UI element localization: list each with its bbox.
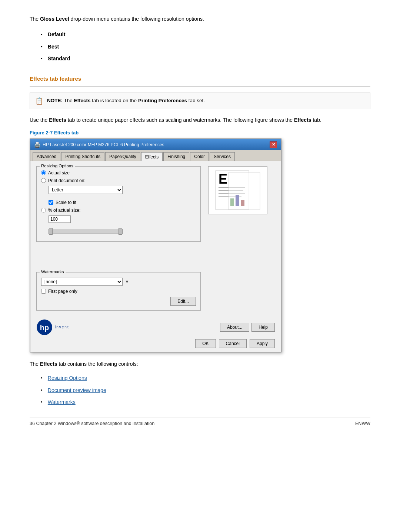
figure-caption-text: Effects tab — [54, 130, 79, 135]
checkbox-first-page-row: First page only — [41, 289, 196, 294]
checkbox-first-page-input[interactable] — [41, 289, 46, 294]
radio-actual-size-label: Actual size — [48, 170, 70, 175]
titlebar-left: 🖨️ HP LaserJet 200 color MFP M276 PCL 6 … — [34, 142, 164, 148]
figure-label-text: Figure 2-7 — [30, 130, 53, 135]
body-effects-term: Effects — [49, 117, 66, 123]
radio-percent-label: % of actual size: — [48, 208, 80, 213]
note-icon: 📋 — [35, 97, 43, 105]
tab-color[interactable]: Color — [190, 152, 209, 161]
checkbox-scale-label: Scale to fit — [56, 200, 76, 205]
note-text-before: The — [64, 98, 74, 103]
radio-actual-size-row: Actual size — [41, 170, 196, 175]
cancel-button[interactable]: Cancel — [219, 339, 247, 348]
tab-printing-shortcuts[interactable]: Printing Shortcuts — [61, 152, 104, 161]
preview-svg: E — [212, 169, 264, 211]
note-box: 📋 NOTE: The Effects tab is located on th… — [30, 93, 370, 109]
slider-row — [49, 229, 196, 234]
note-effects-term: Effects — [74, 98, 91, 103]
dialog-titlebar: 🖨️ HP LaserJet 200 color MFP M276 PCL 6 … — [30, 139, 281, 150]
watermarks-link[interactable]: Watermarks — [48, 398, 76, 406]
checkbox-first-page-label: First page only — [48, 289, 77, 294]
dialog-footer-row1: hp invent About... Help — [30, 316, 281, 337]
note-text-middle: tab is located on the — [91, 98, 138, 103]
effects-controls-text-after: tab contains the following controls: — [57, 361, 138, 367]
tab-advanced[interactable]: Advanced — [33, 152, 60, 161]
body-text-before: Use the — [30, 117, 49, 123]
note-text-after: tab set. — [187, 98, 205, 103]
tab-paper-quality[interactable]: Paper/Quality — [105, 152, 140, 161]
dialog-title-icon: 🖨️ — [34, 142, 40, 148]
list-item-watermarks: Watermarks — [41, 398, 370, 406]
tab-effects[interactable]: Effects — [141, 152, 163, 161]
edit-button[interactable]: Edit... — [170, 297, 196, 306]
note-printing-pref-term: Printing Preferences — [138, 98, 187, 103]
body-paragraph: Use the Effects tab to create unique pap… — [30, 116, 370, 124]
effects-controls-bold-term: Effects — [40, 361, 57, 367]
heading-divider — [30, 86, 370, 87]
hp-logo-area: hp invent — [36, 319, 69, 335]
footer-right-text: ENWW — [355, 421, 370, 426]
effects-controls-text-before: The — [30, 361, 40, 367]
watermarks-group: Watermarks [none] ▼ First page only Edit… — [36, 272, 201, 311]
radio-percent-input[interactable] — [41, 208, 46, 213]
checkbox-scale-row: Scale to fit — [49, 200, 196, 205]
checkbox-scale-input[interactable] — [49, 200, 53, 205]
effects-controls-paragraph: The Effects tab contains the following c… — [30, 360, 370, 368]
hp-logo: hp — [36, 319, 53, 335]
slider-thumb-right[interactable] — [119, 228, 122, 235]
body-text-middle: tab to create unique paper effects such … — [66, 117, 294, 123]
intro-text-before: The — [30, 16, 40, 22]
document-preview-link[interactable]: Document preview image — [48, 386, 106, 394]
percent-value-input[interactable] — [49, 215, 71, 223]
dialog-footer-row2: OK Cancel Apply — [30, 337, 281, 352]
radio-print-on-row: Print document on: — [41, 178, 196, 183]
about-button[interactable]: About... — [220, 323, 249, 332]
dialog-tabs: Advanced Printing Shortcuts Paper/Qualit… — [30, 150, 281, 161]
slider-thumb-left[interactable] — [49, 228, 53, 235]
dialog-left-column: Resizing Options Actual size Print docum… — [36, 166, 201, 311]
resizing-options-group: Resizing Options Actual size Print docum… — [36, 166, 201, 242]
list-item-best-label: Best — [48, 43, 59, 51]
note-text: NOTE: The Effects tab is located on the … — [47, 97, 205, 105]
list-item-default-label: Default — [48, 30, 65, 39]
list-item-default: Default — [41, 30, 370, 39]
spacer — [36, 246, 201, 268]
note-label: NOTE: — [47, 98, 63, 103]
svg-rect-9 — [229, 173, 260, 210]
list-item-resizing-options: Resizing Options — [41, 374, 370, 382]
footer-left-text: 36 Chapter 2 Windows® software descripti… — [30, 421, 154, 426]
list-item-standard: Standard — [41, 54, 370, 63]
list-item-best: Best — [41, 43, 370, 51]
tab-services[interactable]: Services — [210, 152, 235, 161]
dialog-content: Resizing Options Actual size Print docum… — [36, 166, 275, 311]
resizing-options-link[interactable]: Resizing Options — [48, 374, 87, 382]
list-item-document-preview: Document preview image — [41, 386, 370, 394]
dialog-window: 🖨️ HP LaserJet 200 color MFP M276 PCL 6 … — [30, 138, 281, 352]
svg-text:E: E — [219, 171, 227, 187]
intro-text-after: drop-down menu contains the following re… — [69, 16, 204, 22]
tab-finishing[interactable]: Finishing — [163, 152, 189, 161]
page-footer: 36 Chapter 2 Windows® software descripti… — [30, 418, 370, 426]
watermarks-legend: Watermarks — [40, 270, 66, 274]
gloss-level-term: Gloss Level — [40, 16, 69, 22]
body-text-after: tab. — [311, 117, 321, 123]
radio-print-on-input[interactable] — [41, 178, 46, 183]
dialog-close-button[interactable]: ✕ — [270, 141, 277, 148]
help-button[interactable]: Help — [251, 323, 275, 332]
dialog-title-text: HP LaserJet 200 color MFP M276 PCL 6 Pri… — [43, 142, 164, 147]
apply-button[interactable]: Apply — [250, 339, 275, 348]
radio-actual-size-input[interactable] — [41, 170, 46, 175]
radio-print-on-label: Print document on: — [48, 178, 86, 183]
resizing-options-legend: Resizing Options — [40, 164, 75, 168]
hp-invent-text: invent — [55, 325, 69, 329]
dialog-body: Resizing Options Actual size Print docum… — [30, 161, 281, 316]
radio-percent-row: % of actual size: — [41, 208, 196, 213]
ok-button[interactable]: OK — [195, 339, 216, 348]
select-watermark[interactable]: [none] — [41, 278, 123, 286]
watermark-dropdown-icon: ▼ — [125, 279, 129, 284]
resolution-options-list: Default Best Standard — [41, 30, 370, 63]
intro-paragraph: The Gloss Level drop-down menu contains … — [30, 15, 370, 23]
list-item-standard-label: Standard — [48, 54, 70, 63]
select-paper-size[interactable]: Letter — [49, 186, 123, 194]
figure-label: Figure 2-7 Effects tab — [30, 130, 370, 135]
